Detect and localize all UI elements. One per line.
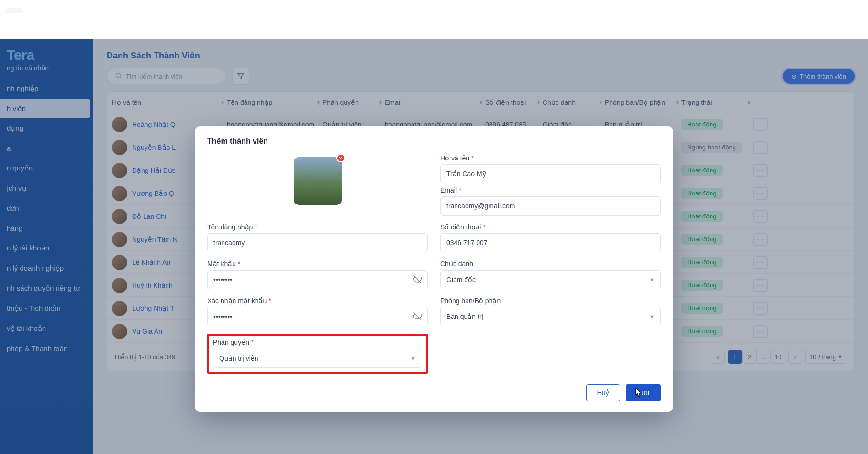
label-name: Họ và tên: [440, 154, 469, 162]
dept-select[interactable]: Ban quản trị ▼: [440, 307, 661, 326]
avatar-remove-icon[interactable]: ✕: [336, 154, 345, 162]
label-username: Tên đăng nhập: [207, 223, 253, 231]
add-member-modal: Thêm thành viên ✕ Họ và tên * Email *: [195, 126, 673, 412]
modal-title: Thêm thành viên: [207, 137, 661, 146]
name-field[interactable]: [440, 164, 661, 183]
label-password: Mật khẩu: [207, 260, 236, 268]
save-button[interactable]: Lưu: [626, 384, 661, 401]
label-title: Chức danh: [440, 260, 473, 268]
label-email: Email: [440, 186, 457, 194]
browser-tabbar: [0, 0, 868, 21]
cancel-button[interactable]: Huỷ: [586, 384, 621, 401]
username-field[interactable]: [207, 233, 428, 252]
avatar-upload[interactable]: ✕: [294, 157, 342, 205]
chevron-down-icon: ▼: [411, 355, 416, 361]
title-select[interactable]: Giám đốc ▼: [440, 270, 661, 289]
email-field[interactable]: [440, 196, 661, 216]
role-highlight: Phân quyền * Quản trị viên ▼: [207, 334, 428, 374]
label-confirm: Xác nhận mật khẩu: [207, 297, 267, 305]
browser-tab[interactable]: [6, 8, 23, 13]
eye-off-icon[interactable]: [413, 275, 422, 285]
password-field[interactable]: [207, 270, 428, 289]
chevron-down-icon: ▼: [649, 314, 655, 319]
chevron-down-icon: ▼: [649, 277, 655, 283]
modal-overlay[interactable]: Thêm thành viên ✕ Họ và tên * Email *: [0, 39, 868, 454]
phone-field[interactable]: [440, 233, 661, 252]
browser-urlbar[interactable]: [0, 21, 868, 39]
label-phone: Số điện thoại: [440, 223, 481, 231]
eye-off-icon[interactable]: [413, 312, 422, 322]
label-role: Phân quyền: [213, 339, 249, 346]
role-select[interactable]: Quản trị viên ▼: [213, 349, 422, 368]
label-dept: Phòng ban/Bộ phận: [440, 297, 501, 305]
confirm-field[interactable]: [207, 307, 428, 326]
